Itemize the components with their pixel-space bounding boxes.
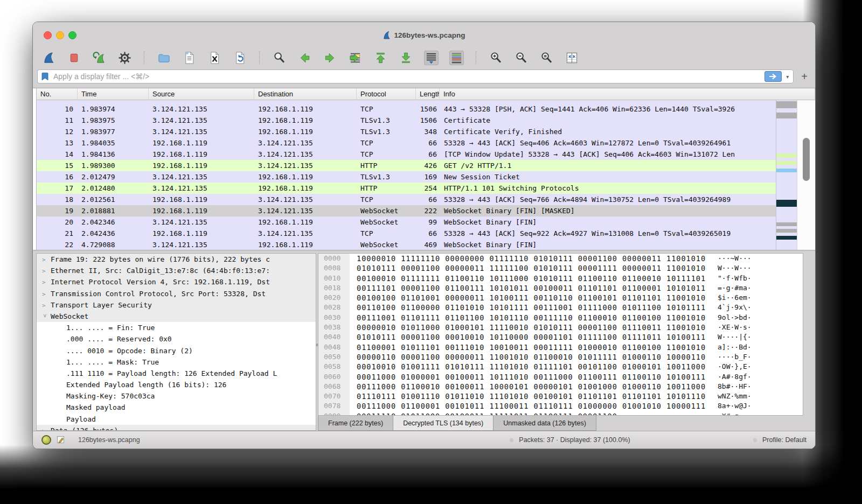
close-file-button[interactable] — [207, 51, 222, 65]
byte-bits[interactable]: 00000110 00001100 00000011 11001010 0110… — [350, 352, 706, 362]
collapse-chevron-icon[interactable]: > — [39, 314, 51, 320]
bytes-row[interactable]: 008000011110 01011000 00100011 11111011 … — [318, 411, 803, 416]
display-filter-input[interactable] — [52, 72, 761, 81]
stop-capture-button[interactable] — [67, 51, 81, 65]
packet-row-13[interactable]: 131.984035192.168.1.1193.124.121.135TCP6… — [37, 137, 776, 149]
byte-bits[interactable]: 00100010 01111111 01100110 10111000 0101… — [350, 274, 706, 283]
byte-bits[interactable]: 00010010 01001111 01010111 11101010 0111… — [350, 362, 706, 372]
colorize-packets-button[interactable] — [449, 51, 464, 65]
save-file-button[interactable] — [182, 51, 197, 65]
detail-line[interactable]: 1... .... = Mask: True — [37, 356, 316, 368]
packet-row-16[interactable]: 162.0124793.124.121.135192.168.1.119TLSv… — [37, 171, 776, 183]
detail-line[interactable]: Extended Payload length (16 bits): 126 — [37, 379, 316, 390]
byte-bits[interactable]: 01010111 00001100 00000011 11111100 0101… — [350, 263, 706, 273]
capture-options-button[interactable] — [117, 51, 132, 65]
packet-row-17[interactable]: 172.0124803.124.121.135192.168.1.119HTTP… — [37, 183, 776, 194]
scrollbar-thumb[interactable] — [803, 138, 810, 181]
filter-history-chevron-icon[interactable]: ▾ — [785, 74, 790, 80]
capture-comment-pencil-icon[interactable] — [57, 436, 65, 444]
detail-line[interactable]: >Data (126 bytes) — [37, 425, 316, 431]
detail-line[interactable]: >Ethernet II, Src: CalDigit_13:e7:8c (64… — [37, 265, 316, 276]
zoom-in-button[interactable] — [489, 51, 503, 65]
detail-line[interactable]: Masked payload — [37, 402, 316, 413]
go-to-packet-button[interactable] — [348, 51, 363, 65]
column-header-length[interactable]: Length — [416, 88, 440, 100]
bytes-row[interactable]: 005800010010 01001111 01010111 11101010 … — [318, 362, 803, 372]
bytes-row[interactable]: 007001110111 01001110 01011010 11101010 … — [318, 391, 803, 401]
byte-bits[interactable]: 10000010 11111110 00000000 01111110 0101… — [350, 254, 706, 263]
packet-minimap[interactable] — [776, 100, 797, 250]
bytes-row[interactable]: 006800111000 01100010 00100011 10000101 … — [318, 382, 803, 391]
bytes-row[interactable]: 001800111101 00001100 01100111 10101011 … — [318, 283, 803, 293]
auto-scroll-button[interactable] — [424, 51, 439, 65]
packet-row-11[interactable]: 111.9839753.124.121.135192.168.1.119TLSv… — [37, 115, 776, 126]
byte-bits[interactable]: 00111000 01100001 00101011 11100011 0111… — [350, 401, 706, 411]
detail-line[interactable]: 1... .... = Fin: True — [37, 322, 316, 333]
packet-row-15[interactable]: 151.989300192.168.1.1193.124.121.135HTTP… — [37, 160, 776, 171]
status-profile[interactable]: Profile: Default — [762, 436, 807, 444]
column-header-no[interactable]: No. — [37, 88, 78, 100]
zoom-out-button[interactable] — [514, 51, 529, 65]
detail-line[interactable]: >Internet Protocol Version 4, Src: 192.1… — [37, 276, 316, 288]
bytes-row[interactable]: 004001010111 00001100 00010010 10110000 … — [318, 332, 803, 342]
packet-list-scrollbar[interactable] — [797, 100, 815, 250]
bytes-row[interactable]: 000801010111 00001100 00000011 11111100 … — [318, 263, 803, 273]
expand-chevron-icon[interactable]: > — [42, 277, 51, 288]
column-header-protocol[interactable]: Protocol — [357, 88, 416, 100]
column-header-time[interactable]: Time — [78, 88, 149, 100]
packet-row-22[interactable]: 224.7290883.124.121.135192.168.1.119WebS… — [37, 239, 776, 250]
byte-bits[interactable]: 01010111 00001100 00010010 10110000 0000… — [350, 332, 706, 342]
expert-info-icon[interactable] — [41, 435, 51, 445]
bytes-row[interactable]: 001000100010 01111111 01100110 10111000 … — [318, 274, 803, 283]
packet-row-18[interactable]: 182.012561192.168.1.1193.124.121.135TCP6… — [37, 194, 776, 205]
detail-line[interactable]: >Transmission Control Protocol, Src Port… — [37, 288, 316, 299]
detail-line[interactable]: .111 1110 = Payload length: 126 Extended… — [37, 368, 316, 379]
byte-bits[interactable]: 01110111 01001110 01011010 11101010 0010… — [350, 391, 706, 401]
start-capture-button[interactable] — [41, 51, 56, 65]
packet-row-12[interactable]: 121.9839773.124.121.135192.168.1.119TLSv… — [37, 126, 776, 137]
restart-capture-button[interactable] — [92, 51, 107, 65]
bytes-row[interactable]: 002000100100 01101001 00000011 10100111 … — [318, 293, 803, 303]
detail-line[interactable]: >WebSocket — [37, 311, 316, 322]
display-filter-container[interactable]: ▾ — [37, 69, 794, 83]
detail-line[interactable]: >Transport Layer Security — [37, 299, 316, 311]
apply-filter-button[interactable] — [764, 71, 782, 82]
column-header-info[interactable]: Info — [440, 88, 815, 100]
expand-chevron-icon[interactable]: > — [42, 289, 51, 299]
packet-row-19[interactable]: 192.018881192.168.1.1193.124.121.135WebS… — [37, 205, 776, 216]
expand-chevron-icon[interactable]: > — [42, 425, 51, 431]
zoom-reset-button[interactable] — [539, 51, 554, 65]
go-first-packet-button[interactable] — [373, 51, 388, 65]
expand-chevron-icon[interactable]: > — [42, 300, 51, 311]
bytes-row[interactable]: 005000000110 00001100 00000011 11001010 … — [318, 352, 803, 362]
bytes-row[interactable]: 006000011000 01000001 00100011 10111010 … — [318, 372, 803, 382]
resize-columns-button[interactable] — [565, 51, 579, 65]
bytes-tab-unmasked-data[interactable]: Unmasked data (126 bytes) — [493, 416, 596, 431]
add-filter-button[interactable]: + — [799, 71, 810, 82]
byte-bits[interactable]: 00100100 01101001 00000011 10100111 0011… — [350, 293, 706, 303]
bytes-row[interactable]: 007800111000 01100001 00101011 11100011 … — [318, 401, 803, 411]
byte-bits[interactable]: 00111101 00001100 01100111 10101011 0010… — [350, 283, 706, 293]
expand-chevron-icon[interactable]: > — [42, 265, 51, 276]
expand-chevron-icon[interactable]: > — [42, 254, 51, 265]
go-last-packet-button[interactable] — [399, 51, 413, 65]
byte-bits[interactable]: 00000010 01011000 01000101 11110010 0101… — [350, 323, 706, 332]
byte-bits[interactable]: 00011110 01011000 00100011 11111011 0110… — [350, 411, 617, 416]
column-header-source[interactable]: Source — [149, 88, 254, 100]
byte-bits[interactable]: 00111001 01101111 01101100 10101110 0011… — [350, 313, 706, 323]
title-bar[interactable]: 126bytes-ws.pcapng — [33, 22, 815, 48]
byte-bits[interactable]: 01100001 01011101 00111010 10010011 0001… — [350, 342, 706, 352]
bytes-tab-decrypted-tls[interactable]: Decrypted TLS (134 bytes) — [393, 416, 493, 431]
bytes-row[interactable]: 003800000010 01011000 01000101 11110010 … — [318, 323, 803, 332]
detail-line[interactable]: .... 0010 = Opcode: Binary (2) — [37, 345, 316, 356]
open-file-button[interactable] — [157, 51, 171, 65]
packet-row-21[interactable]: 212.042436192.168.1.1193.124.121.135TCP6… — [37, 228, 776, 239]
go-forward-button[interactable] — [323, 51, 337, 65]
bytes-tab-frame[interactable]: Frame (222 bytes) — [318, 416, 393, 431]
byte-bits[interactable]: 00111000 01100010 00100011 10000101 0000… — [350, 382, 706, 391]
detail-line[interactable]: Payload — [37, 414, 316, 425]
find-packet-button[interactable] — [272, 51, 287, 65]
column-header-destination[interactable]: Destination — [254, 88, 357, 100]
go-back-button[interactable] — [297, 51, 312, 65]
detail-line[interactable]: .000 .... = Reserved: 0x0 — [37, 333, 316, 345]
